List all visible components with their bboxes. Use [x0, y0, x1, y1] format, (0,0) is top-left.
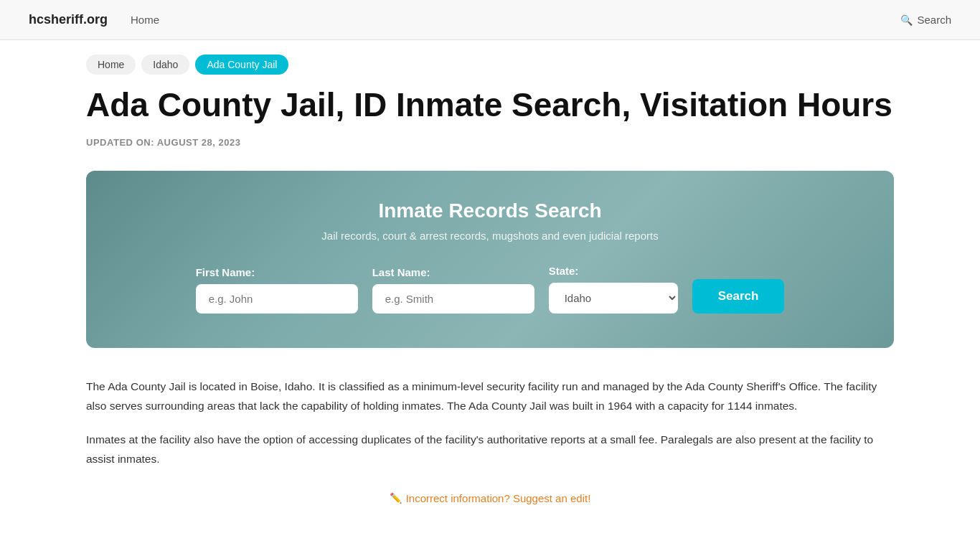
nav-search-label: Search	[917, 14, 951, 26]
state-label: State:	[549, 265, 579, 277]
first-name-field: First Name:	[196, 266, 358, 314]
breadcrumb: Home Idaho Ada County Jail	[0, 40, 980, 86]
breadcrumb-home[interactable]: Home	[86, 55, 136, 75]
body-paragraph-2: Inmates at the facility also have the op…	[86, 430, 894, 468]
suggest-edit-text: Incorrect information? Suggest an edit!	[406, 492, 591, 504]
pencil-icon: ✏️	[390, 492, 402, 504]
suggest-edit-section: ✏️ Incorrect information? Suggest an edi…	[86, 491, 894, 504]
updated-label: UPDATED ON: AUGUST 28, 2023	[86, 137, 894, 148]
search-icon: 🔍	[900, 14, 913, 26]
search-button[interactable]: Search	[692, 279, 785, 314]
suggest-edit-link[interactable]: ✏️ Incorrect information? Suggest an edi…	[390, 492, 591, 504]
last-name-label: Last Name:	[372, 266, 430, 278]
breadcrumb-ada-county-jail[interactable]: Ada County Jail	[195, 55, 288, 75]
nav-search-button[interactable]: 🔍 Search	[900, 14, 951, 26]
search-box-subtitle: Jail records, court & arrest records, mu…	[129, 230, 851, 242]
last-name-input[interactable]	[372, 284, 534, 314]
last-name-field: Last Name:	[372, 266, 534, 314]
state-field: State: Idaho Alabama Alaska Arizona Arka…	[549, 265, 678, 314]
breadcrumb-idaho[interactable]: Idaho	[141, 55, 189, 75]
site-logo[interactable]: hcsheriff.org	[29, 12, 108, 27]
navbar: hcsheriff.org Home 🔍 Search	[0, 0, 980, 40]
state-select[interactable]: Idaho Alabama Alaska Arizona Arkansas Ca…	[549, 283, 678, 314]
search-form: First Name: Last Name: State: Idaho Alab…	[129, 265, 851, 314]
search-box-heading: Inmate Records Search	[129, 199, 851, 222]
nav-home-link[interactable]: Home	[131, 14, 159, 26]
first-name-label: First Name:	[196, 266, 255, 278]
main-content: Ada County Jail, ID Inmate Search, Visit…	[0, 86, 980, 533]
inmate-search-box: Inmate Records Search Jail records, cour…	[86, 171, 894, 348]
first-name-input[interactable]	[196, 284, 358, 314]
page-title: Ada County Jail, ID Inmate Search, Visit…	[86, 86, 894, 124]
body-paragraph-1: The Ada County Jail is located in Boise,…	[86, 377, 894, 415]
